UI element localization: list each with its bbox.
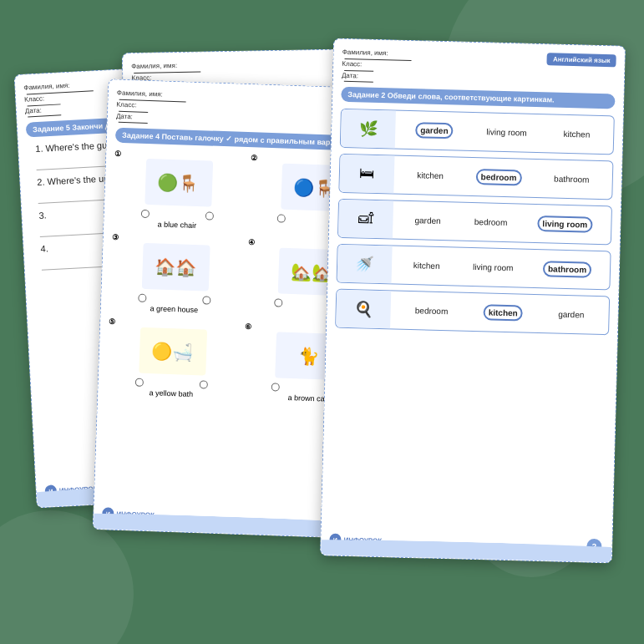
radio-right-3[interactable] (202, 297, 210, 305)
word-kitchen-5: kitchen (484, 305, 523, 322)
word-garden-5: garden (555, 308, 588, 322)
room-row-5: 🍳 bedroom kitchen garden (335, 289, 610, 336)
room-words-2: kitchen bedroom bathroom (394, 167, 612, 189)
room-img-kitchen: 🍳 (336, 290, 391, 329)
word-bathroom-4: bathroom (543, 261, 592, 279)
room-row-4: 🚿 kitchen living room bathroom (336, 244, 611, 291)
item-1: ① 🟢🪑 (113, 150, 245, 221)
word-bedroom-5: bedroom (412, 304, 452, 317)
word-kitchen-1: kitchen (560, 128, 593, 141)
radio-right-1[interactable] (205, 212, 214, 221)
radio-left-6[interactable] (271, 383, 279, 392)
sheet1-fields: Фамилия, имя: Класс: Дата: (23, 79, 94, 118)
class-date-row: Класс: Дата: (24, 91, 94, 118)
item-3: ③ 🏠🏠 (109, 234, 241, 306)
word-kitchen-4: kitchen (410, 259, 444, 272)
radio-right-5[interactable] (200, 381, 208, 389)
class-date-row-4: Класс: Дата: (342, 59, 412, 84)
item-5: ⑤ 🟡🛁 (107, 318, 239, 390)
room-words-3: garden bedroom living room (393, 212, 611, 234)
sheet4-fields: Фамилия, имя: Класс: Дата: (342, 48, 412, 84)
radio-left-4[interactable] (274, 299, 282, 307)
word-garden-1: garden (415, 123, 454, 139)
radio-left-5[interactable] (134, 378, 143, 387)
bath-yellow-img: 🟡🛁 (139, 327, 207, 376)
sheet-4: Фамилия, имя: Класс: Дата: Английский яз… (320, 38, 626, 564)
room-row-1: 🌿 garden living room kitchen (340, 109, 615, 155)
word-living-4: living room (469, 261, 517, 274)
radio-left-2[interactable] (276, 215, 285, 223)
room-img-bathroom: 🚿 (337, 245, 393, 284)
english-badge-4: Английский язык (547, 53, 616, 67)
word-garden-3: garden (411, 214, 444, 227)
radio-left-1[interactable] (140, 210, 149, 218)
surname-label-2: Фамилия, имя: (131, 61, 200, 74)
sheet4-header: Фамилия, имя: Класс: Дата: Английский яз… (342, 48, 616, 89)
word-living-1: living room (483, 126, 530, 139)
word-bathroom-2: bathroom (550, 173, 593, 186)
class-date-row-3: Класс: Дата: (116, 99, 186, 124)
room-words-5: bedroom kitchen garden (390, 302, 608, 324)
wave-strip-4 (321, 538, 611, 562)
word-kitchen-2: kitchen (413, 169, 447, 182)
room-img-bedroom: 🛏 (339, 155, 394, 194)
radio-left-3[interactable] (138, 294, 146, 302)
room-row-2: 🛏 kitchen bedroom bathroom (338, 154, 613, 200)
word-bedroom-3: bedroom (471, 216, 511, 229)
room-words-4: kitchen living room bathroom (392, 257, 610, 279)
room-words-1: garden living room kitchen (395, 122, 613, 144)
room-img-living: 🛋 (338, 200, 393, 239)
room-row-3: 🛋 garden bedroom living room (337, 199, 612, 246)
word-living-3: living room (537, 216, 592, 233)
chair-green-img: 🟢🪑 (145, 159, 213, 207)
task2-banner: Задание 2 Обведи слова, соответствующие … (341, 87, 615, 109)
house-img: 🏠🏠 (141, 243, 210, 292)
word-bedroom-2: bedroom (475, 169, 521, 185)
room-img-garden: 🌿 (341, 109, 396, 149)
sheet3-fields: Фамилия, имя: Класс: Дата: (116, 89, 186, 125)
